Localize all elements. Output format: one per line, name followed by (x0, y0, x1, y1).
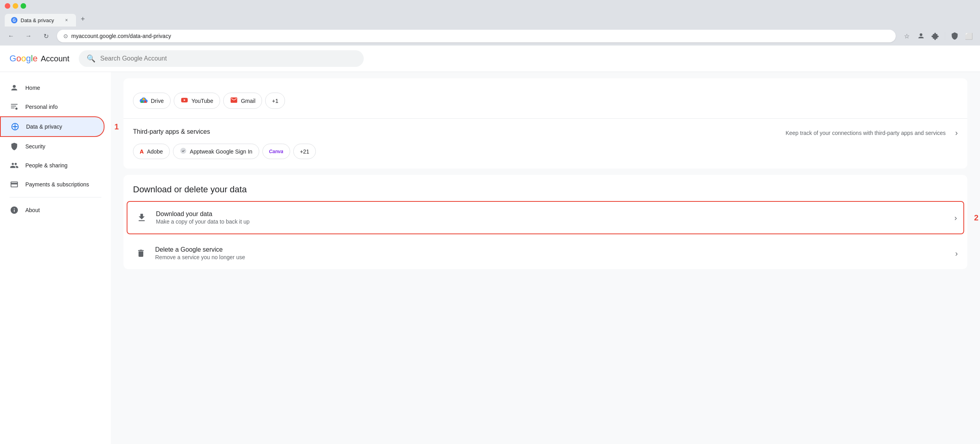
third-party-arrow-icon[interactable]: › (955, 128, 958, 137)
address-bar: ← → ↻ ⊙ myaccount.google.com/data-and-pr… (0, 27, 980, 46)
download-row-title: Download your data (156, 211, 954, 218)
gmail-chip[interactable]: Gmail (223, 93, 262, 109)
sidebar-item-people-sharing[interactable]: People & sharing (0, 156, 104, 175)
personal-info-icon (9, 102, 19, 112)
new-tab-button[interactable]: + (77, 12, 89, 27)
annotation-2: 2 (974, 213, 978, 222)
g-red: o (16, 53, 21, 63)
download-row-desc: Make a copy of your data to back it up (156, 218, 954, 225)
service-chips: Drive YouTube (133, 93, 958, 109)
g-blue2: g (26, 53, 31, 63)
third-party-desc-area: Keep track of your connections with thir… (786, 128, 958, 137)
delete-row-title: Delete a Google service (155, 246, 955, 253)
sidebar-item-people-label: People & sharing (25, 162, 68, 169)
search-icon: 🔍 (87, 54, 95, 63)
data-privacy-icon (10, 122, 20, 131)
download-delete-card: Download or delete your data Download yo… (123, 175, 967, 269)
adobe-icon: A (140, 148, 144, 155)
account-label: Account (41, 54, 69, 63)
svg-point-0 (920, 33, 923, 36)
canva-icon: Canva (269, 149, 283, 154)
more-services-chip[interactable]: +1 (265, 93, 285, 109)
page: Google Account 🔍 Home Personal info (0, 46, 980, 444)
maximize-traffic-light[interactable] (21, 3, 26, 9)
download-data-row[interactable]: Download your data Make a copy of your d… (127, 201, 964, 234)
sidebar-item-about-label: About (25, 207, 40, 213)
sidebar-item-about[interactable]: About (0, 201, 104, 220)
forward-button[interactable]: → (22, 30, 35, 42)
delete-row-desc: Remove a service you no longer use (155, 254, 955, 260)
delete-row-arrow-icon: › (955, 249, 958, 258)
svg-rect-4 (11, 108, 15, 108)
annotation-1: 1 (114, 122, 119, 131)
apptweak-chip-label: Apptweak Google Sign In (190, 148, 253, 155)
security-sidebar-icon (9, 142, 19, 151)
third-party-header: Third-party apps & services Keep track o… (133, 128, 958, 137)
third-party-section: Third-party apps & services Keep track o… (123, 118, 967, 169)
back-button[interactable]: ← (5, 30, 17, 42)
sidebar-item-data-privacy-wrapper: Data & privacy 1 (0, 116, 111, 137)
delete-service-row[interactable]: Delete a Google service Remove a service… (123, 237, 967, 269)
sidebar-item-personal-info[interactable]: Personal info (0, 97, 104, 116)
split-view-button[interactable]: ⬜ (963, 30, 975, 42)
svg-point-5 (15, 108, 18, 110)
g-blue: G (9, 53, 16, 63)
third-party-chips: A Adobe Apptweak Google Sign In C (133, 144, 958, 159)
extensions-button[interactable] (929, 30, 942, 42)
url-text: myaccount.google.com/data-and-privacy (71, 33, 171, 39)
tab-close-button[interactable]: × (63, 17, 70, 23)
home-icon (9, 83, 19, 93)
services-card: Drive YouTube (123, 78, 967, 169)
sidebar-item-security[interactable]: Security (0, 137, 104, 156)
active-tab[interactable]: G Data & privacy × (5, 14, 76, 27)
gmail-chip-label: Gmail (241, 98, 256, 104)
sidebar-item-home-label: Home (25, 85, 40, 91)
third-party-title: Third-party apps & services (133, 128, 210, 135)
search-bar[interactable]: 🔍 (79, 50, 364, 67)
canva-chip[interactable]: Canva Canva (262, 144, 290, 159)
drive-chip-label: Drive (151, 98, 164, 104)
google-logo: Google Account (9, 53, 69, 64)
services-chips-section: Drive YouTube (123, 78, 967, 118)
apptweak-chip[interactable]: Apptweak Google Sign In (173, 144, 259, 159)
sidebar-item-payments[interactable]: Payments & subscriptions (0, 175, 104, 194)
url-bar[interactable]: ⊙ myaccount.google.com/data-and-privacy (57, 30, 896, 42)
security-icon: ⊙ (63, 33, 68, 39)
delete-row-content: Delete a Google service Remove a service… (155, 246, 955, 260)
svg-rect-7 (15, 124, 15, 129)
sidebar-item-home[interactable]: Home (0, 78, 104, 97)
content-area: Drive YouTube (111, 72, 980, 444)
tab-title: Data & privacy (21, 17, 54, 23)
sidebar-item-privacy-label: Data & privacy (26, 123, 62, 130)
g-red2: e (33, 53, 38, 63)
gmail-icon (230, 96, 238, 105)
drive-chip[interactable]: Drive (133, 93, 171, 109)
youtube-chip-label: YouTube (192, 98, 213, 104)
drive-icon (140, 96, 148, 105)
youtube-icon (180, 96, 188, 105)
more-third-party-label: +21 (300, 148, 310, 155)
google-favicon: G (11, 17, 17, 23)
more-third-party-chip[interactable]: +21 (293, 144, 316, 159)
svg-rect-2 (11, 104, 18, 105)
sidebar: Home Personal info Data & privacy 1 (0, 72, 111, 444)
apptweak-icon (180, 147, 187, 156)
youtube-chip[interactable]: YouTube (174, 93, 220, 109)
adobe-chip[interactable]: A Adobe (133, 144, 170, 159)
download-icon (134, 210, 150, 226)
more-services-label: +1 (272, 98, 278, 104)
refresh-button[interactable]: ↻ (40, 30, 52, 42)
download-row-content: Download your data Make a copy of your d… (156, 211, 954, 225)
download-section-title: Download or delete your data (123, 175, 967, 201)
main-layout: Home Personal info Data & privacy 1 (0, 72, 980, 444)
shield-button[interactable] (948, 30, 961, 42)
close-traffic-light[interactable] (5, 3, 10, 9)
bookmark-button[interactable]: ☆ (900, 30, 913, 42)
g-yellow: o (21, 53, 26, 63)
download-row-wrapper: Download your data Make a copy of your d… (123, 201, 967, 234)
minimize-traffic-light[interactable] (13, 3, 18, 9)
svg-rect-3 (11, 106, 16, 106)
profile-button[interactable] (915, 30, 927, 42)
sidebar-item-data-privacy[interactable]: Data & privacy (0, 116, 104, 137)
search-input[interactable] (100, 55, 356, 62)
